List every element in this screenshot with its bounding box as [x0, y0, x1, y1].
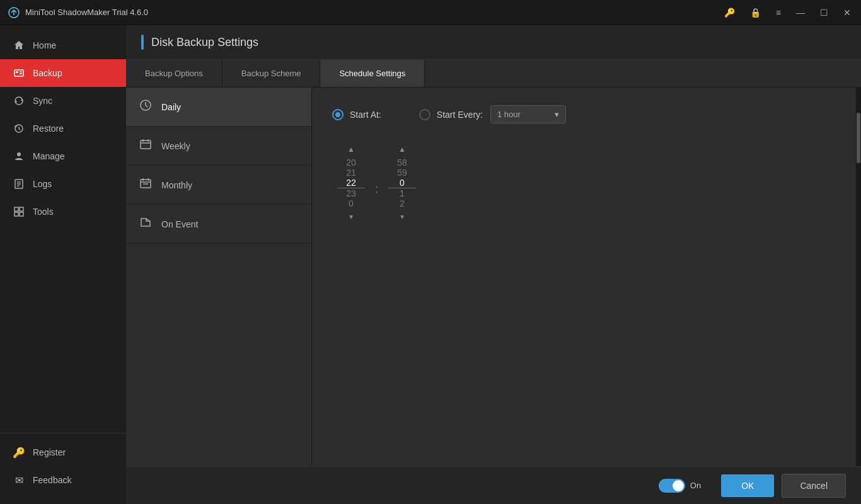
chevron-down-icon: ▾ [555, 110, 559, 119]
app-title: MiniTool ShadowMaker Trial 4.6.0 [25, 8, 722, 17]
key-icon[interactable]: 🔑 [722, 5, 737, 20]
backup-icon [13, 67, 25, 79]
sidebar-item-feedback[interactable]: ✉ Feedback [0, 466, 126, 494]
schedule-type-weekly[interactable]: Weekly [126, 127, 311, 166]
sidebar-label-home: Home [33, 40, 56, 50]
minute-value-1: 1 [388, 188, 416, 198]
sidebar-item-backup[interactable]: Backup [0, 59, 126, 87]
hours-down-button[interactable]: ▾ [338, 209, 364, 225]
minute-value-58: 58 [388, 158, 416, 168]
svg-rect-16 [141, 140, 151, 149]
page-header: Disk Backup Settings [126, 25, 861, 60]
hour-value-20: 20 [337, 158, 365, 168]
sidebar-item-logs[interactable]: Logs [0, 170, 126, 198]
tools-icon [13, 205, 25, 218]
schedule-settings-panel: Start At: Start Every: 1 hour ▾ [312, 88, 856, 466]
svg-rect-13 [14, 212, 18, 216]
sidebar-label-sync: Sync [33, 96, 52, 106]
sidebar-item-tools[interactable]: Tools [0, 198, 126, 226]
home-icon [13, 39, 25, 52]
monthly-icon [139, 177, 153, 193]
minimize-button[interactable]: — [794, 5, 807, 20]
interval-dropdown[interactable]: 1 hour ▾ [490, 105, 566, 123]
toggle-container: On [659, 479, 701, 493]
menu-icon[interactable]: ≡ [773, 5, 783, 20]
feedback-icon: ✉ [13, 474, 25, 486]
sidebar-label-logs: Logs [33, 179, 52, 189]
toggle-switch[interactable] [659, 479, 685, 493]
tabs-row: Backup Options Backup Scheme Schedule Se… [126, 60, 861, 88]
tab-schedule-settings[interactable]: Schedule Settings [320, 60, 425, 87]
hour-value-21: 21 [337, 168, 365, 178]
manage-icon [13, 150, 25, 163]
sidebar-label-feedback: Feedback [33, 475, 71, 485]
restore-icon [13, 122, 25, 135]
page-title: Disk Backup Settings [151, 36, 258, 49]
scrollbar-track [856, 88, 861, 466]
accent-bar [141, 35, 144, 50]
sidebar-item-manage[interactable]: Manage [0, 142, 126, 170]
lock-icon[interactable]: 🔒 [748, 5, 763, 20]
svg-point-6 [17, 152, 21, 156]
radio-row: Start At: Start Every: 1 hour ▾ [332, 105, 836, 123]
cancel-button[interactable]: Cancel [782, 474, 846, 498]
title-bar: MiniTool ShadowMaker Trial 4.6.0 🔑 🔒 ≡ —… [0, 0, 861, 25]
weekly-icon [139, 138, 153, 154]
sync-icon [13, 94, 25, 107]
minute-value-0: 0 [388, 178, 416, 188]
sidebar-label-manage: Manage [33, 151, 65, 161]
sidebar-item-register[interactable]: 🔑 Register [0, 438, 126, 466]
title-actions: 🔑 🔒 ≡ — ☐ ✕ [722, 5, 853, 20]
main-layout: Home Backup Sync [0, 25, 861, 504]
minutes-down-button[interactable]: ▾ [390, 209, 415, 225]
schedule-types-list: Daily Weekly [126, 88, 312, 466]
register-icon: 🔑 [13, 446, 25, 459]
start-every-section: Start Every: 1 hour ▾ [419, 105, 566, 123]
time-colon-separator: : [370, 183, 383, 196]
minutes-column: ▲ 58 59 0 1 2 ▾ [383, 141, 421, 225]
svg-rect-11 [14, 207, 18, 211]
maximize-button[interactable]: ☐ [818, 5, 831, 20]
schedule-type-daily[interactable]: Daily [126, 88, 311, 127]
on-event-icon [139, 216, 153, 232]
scrollbar-thumb[interactable] [857, 113, 860, 163]
start-every-option[interactable]: Start Every: [419, 109, 483, 120]
daily-icon [139, 99, 153, 115]
sidebar: Home Backup Sync [0, 25, 126, 504]
sidebar-label-tools: Tools [33, 207, 54, 217]
sidebar-bottom: 🔑 Register ✉ Feedback [0, 433, 126, 504]
sidebar-item-restore[interactable]: Restore [0, 115, 126, 142]
hours-up-button[interactable]: ▲ [338, 141, 364, 158]
content-area: Disk Backup Settings Backup Options Back… [126, 25, 861, 504]
hour-value-22: 22 [337, 178, 365, 188]
schedule-type-on-event[interactable]: On Event [126, 205, 311, 244]
start-every-radio[interactable] [419, 109, 430, 120]
schedule-type-on-event-label: On Event [161, 219, 198, 229]
svg-rect-14 [20, 212, 23, 216]
tab-backup-scheme[interactable]: Backup Scheme [222, 60, 321, 87]
footer: On OK Cancel [126, 466, 861, 504]
hours-column: ▲ 20 21 22 23 0 ▾ [332, 141, 370, 225]
start-at-option[interactable]: Start At: [332, 109, 381, 120]
start-at-radio[interactable] [332, 109, 344, 120]
hour-value-0: 0 [337, 198, 365, 209]
toggle-label: On [690, 481, 701, 490]
minute-value-59: 59 [388, 168, 416, 178]
schedule-type-daily-label: Daily [161, 102, 181, 112]
schedule-type-weekly-label: Weekly [161, 141, 190, 151]
sidebar-item-home[interactable]: Home [0, 32, 126, 59]
sidebar-item-sync[interactable]: Sync [0, 87, 126, 115]
start-every-label: Start Every: [437, 110, 483, 120]
sidebar-label-backup: Backup [33, 68, 62, 78]
logs-icon [13, 178, 25, 190]
sidebar-label-restore: Restore [33, 123, 64, 134]
ok-button[interactable]: OK [721, 474, 774, 497]
interval-value: 1 hour [497, 110, 521, 119]
time-picker: ▲ 20 21 22 23 0 ▾ : ▲ 58 59 0 1 [332, 141, 836, 225]
panel-content: Daily Weekly [126, 88, 861, 466]
minute-value-2: 2 [388, 198, 416, 209]
schedule-type-monthly[interactable]: Monthly [126, 166, 311, 205]
tab-backup-options[interactable]: Backup Options [126, 60, 222, 87]
close-button[interactable]: ✕ [841, 5, 853, 20]
minutes-up-button[interactable]: ▲ [390, 141, 415, 158]
